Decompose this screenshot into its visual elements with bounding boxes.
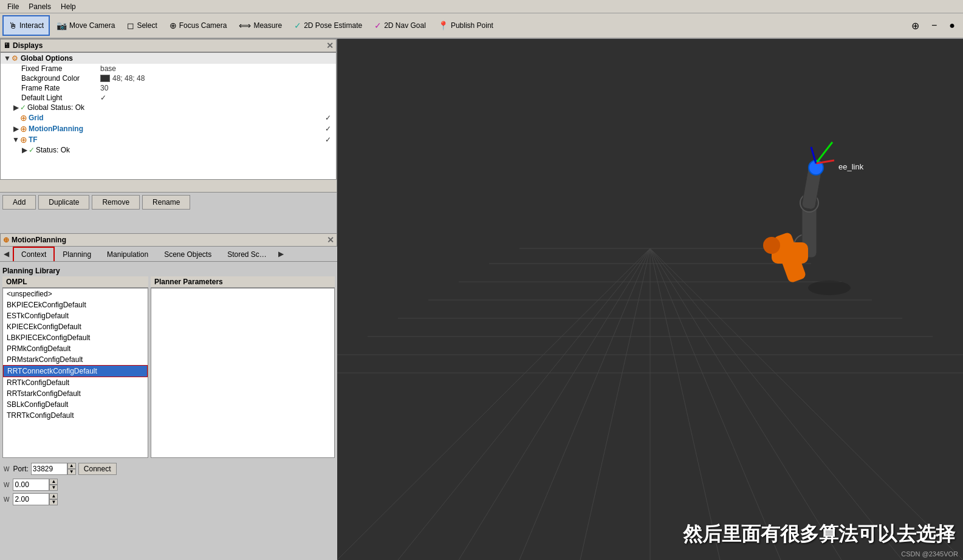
interact-button[interactable]: 🖱 Interact	[2, 15, 50, 36]
measure-button[interactable]: ⟺ Measure	[233, 15, 287, 36]
number-row-2: W ▲ ▼	[2, 492, 335, 507]
tab-more[interactable]: ▶	[275, 247, 287, 261]
motion-planning-row[interactable]: ▶ ⊕ MotionPlanning ✓	[1, 123, 336, 134]
ompl-item-6[interactable]: PRMstarkConfigDefault	[3, 354, 148, 365]
planner-params-area	[151, 288, 335, 458]
ompl-item-8[interactable]: RRTkConfigDefault	[3, 377, 148, 388]
connect-button[interactable]: Connect	[78, 463, 117, 475]
tabs-bar: ◀ Context Planning Manipulation Scene Ob…	[0, 247, 337, 262]
port-up[interactable]: ▲	[67, 463, 76, 469]
2d-pose-button[interactable]: ✓ 2D Pose Estimate	[289, 15, 368, 36]
motion-planning-panel: ⊕ MotionPlanning ✕ ◀ Context Planning Ma…	[0, 233, 337, 560]
3d-viewport[interactable]: ee_link 然后里面有很多算法可以去选择 CSDN @2345VOR	[337, 39, 963, 560]
ompl-item-2[interactable]: ESTkConfigDefault	[3, 310, 148, 321]
menu-panels[interactable]: Panels	[24, 1, 56, 12]
tab-context[interactable]: Context	[13, 247, 55, 261]
grid-label: Grid	[29, 114, 44, 122]
num-spinbox-2[interactable]: ▲ ▼	[13, 493, 58, 505]
ompl-list[interactable]: <unspecified> BKPIECEkConfigDefault ESTk…	[2, 288, 148, 458]
num2-up[interactable]: ▲	[49, 493, 58, 499]
tf-row[interactable]: ▼ ⊕ TF ✓	[1, 134, 336, 145]
displays-panel-title: Displays	[13, 41, 43, 50]
displays-buttons: Add Duplicate Remove Rename	[0, 192, 337, 212]
default-light-check[interactable]: ✓	[100, 94, 106, 102]
svg-point-20	[808, 281, 851, 295]
add-button[interactable]: Add	[2, 195, 36, 210]
displays-panel-header: 🖥 Displays ✕	[0, 39, 337, 52]
displays-panel-close[interactable]: ✕	[326, 41, 334, 50]
color-swatch[interactable]	[100, 75, 110, 82]
menu-file[interactable]: File	[2, 1, 24, 12]
motion-planning-icon: ⊕	[20, 124, 27, 134]
ompl-header: OMPL	[2, 276, 148, 288]
select-icon: ◻	[127, 21, 134, 30]
camera-icon: 📷	[57, 21, 67, 30]
w-indicator-2: W	[2, 482, 10, 488]
ompl-item-1[interactable]: BKPIECEkConfigDefault	[3, 299, 148, 310]
displays-tree[interactable]: ▼ ⚙ Global Options Fixed Frame base Back…	[0, 52, 337, 180]
port-down[interactable]: ▼	[67, 469, 76, 475]
global-status-row[interactable]: ▶ ✓ Global Status: Ok	[1, 103, 336, 112]
ompl-item-5[interactable]: PRMkConfigDefault	[3, 343, 148, 354]
move-camera-button[interactable]: 📷 Move Camera	[51, 15, 120, 36]
planner-params-section: Planner Parameters	[151, 276, 335, 458]
tf-check[interactable]: ✓	[325, 135, 334, 144]
tab-stored-sc[interactable]: Stored Sc…	[219, 247, 275, 261]
select-button[interactable]: ◻ Select	[122, 15, 162, 36]
frame-rate-value[interactable]: 30	[100, 84, 108, 92]
remove-button[interactable]: Remove	[92, 195, 140, 210]
num1-up[interactable]: ▲	[49, 479, 58, 485]
tf-icon: ⊕	[20, 135, 27, 145]
tf-status-arrow: ▶	[20, 146, 29, 154]
tab-scene-objects[interactable]: Scene Objects	[156, 247, 219, 261]
planning-library-label: Planning Library	[2, 264, 335, 276]
tf-status-label: Status: Ok	[36, 146, 70, 154]
point-icon: 📍	[438, 21, 448, 30]
grid-check[interactable]: ✓	[325, 114, 334, 122]
global-options-icon: ⚙	[12, 54, 18, 63]
ompl-item-0[interactable]: <unspecified>	[3, 289, 148, 299]
tab-manipulation[interactable]: Manipulation	[99, 247, 156, 261]
ompl-item-4[interactable]: LBKPIECEkConfigDefault	[3, 332, 148, 343]
port-spinbox[interactable]: ▲ ▼	[31, 463, 76, 475]
motion-panel-title: MotionPlanning	[12, 236, 66, 244]
fixed-frame-value[interactable]: base	[100, 64, 116, 73]
measure-icon: ⟺	[239, 21, 251, 30]
extra-btn-2[interactable]: −	[926, 15, 942, 36]
motion-planning-label: MotionPlanning	[29, 125, 83, 133]
menu-help[interactable]: Help	[56, 1, 81, 12]
extra-btn-1[interactable]: ⊕	[906, 15, 925, 36]
num-input-2[interactable]	[13, 493, 49, 505]
tf-status-row[interactable]: ▶ ✓ Status: Ok	[1, 145, 336, 155]
motion-panel-close[interactable]: ✕	[327, 235, 334, 245]
background-color-value: 48; 48; 48	[112, 74, 145, 83]
tab-planning[interactable]: Planning	[55, 247, 99, 261]
ompl-item-10[interactable]: SBLkConfigDefault	[3, 399, 148, 410]
focus-camera-button[interactable]: ⊕ Focus Camera	[164, 15, 233, 36]
background-color-row: Background Color 48; 48; 48	[1, 73, 336, 83]
port-input[interactable]	[31, 463, 67, 475]
motion-planning-arrow: ▶	[12, 125, 20, 133]
pose-icon: ✓	[294, 21, 301, 30]
ompl-item-11[interactable]: TRRTkConfigDefault	[3, 410, 148, 421]
ompl-item-3[interactable]: KPIECEkConfigDefault	[3, 321, 148, 332]
num-spinbox-1[interactable]: ▲ ▼	[13, 479, 58, 491]
duplicate-button[interactable]: Duplicate	[38, 195, 89, 210]
tab-arrow-left[interactable]: ◀	[0, 247, 13, 261]
rename-button[interactable]: Rename	[142, 195, 190, 210]
2d-nav-button[interactable]: ✓ 2D Nav Goal	[369, 15, 431, 36]
grid-row[interactable]: ⊕ Grid ✓	[1, 112, 336, 123]
publish-point-button[interactable]: 📍 Publish Point	[433, 15, 499, 36]
ompl-item-9[interactable]: RRTstarkConfigDefault	[3, 388, 148, 399]
num-input-1[interactable]	[13, 479, 49, 491]
frame-rate-label: Frame Rate	[3, 84, 100, 92]
ompl-item-selected[interactable]: RRTConnectkConfigDefault	[3, 365, 148, 377]
num1-down[interactable]: ▼	[49, 485, 58, 491]
motion-planning-check[interactable]: ✓	[325, 125, 334, 133]
extra-btn-3[interactable]: ●	[944, 15, 961, 36]
port-label: Port:	[13, 465, 28, 473]
num2-down[interactable]: ▼	[49, 499, 58, 505]
global-options-row[interactable]: ▼ ⚙ Global Options	[1, 53, 336, 64]
tf-label: TF	[29, 135, 38, 144]
global-status-icon: ✓	[20, 103, 26, 112]
